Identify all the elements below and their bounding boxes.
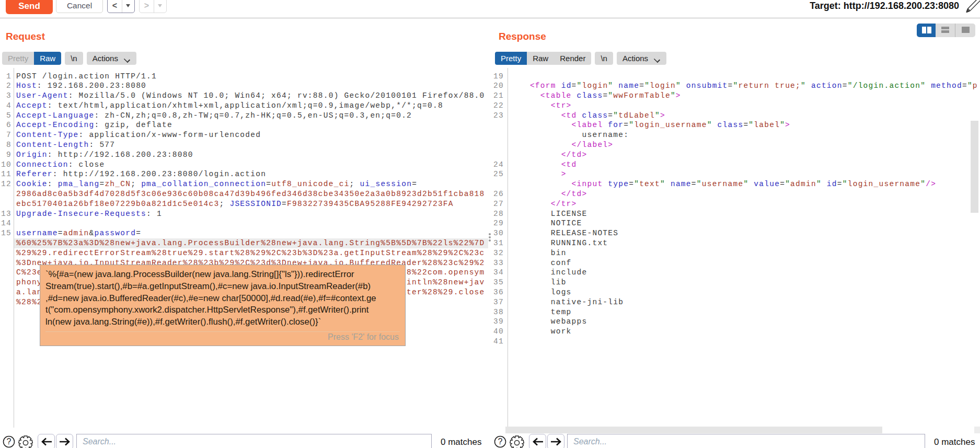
svg-text:?: ?: [7, 437, 11, 446]
svg-text:?: ?: [498, 437, 503, 446]
